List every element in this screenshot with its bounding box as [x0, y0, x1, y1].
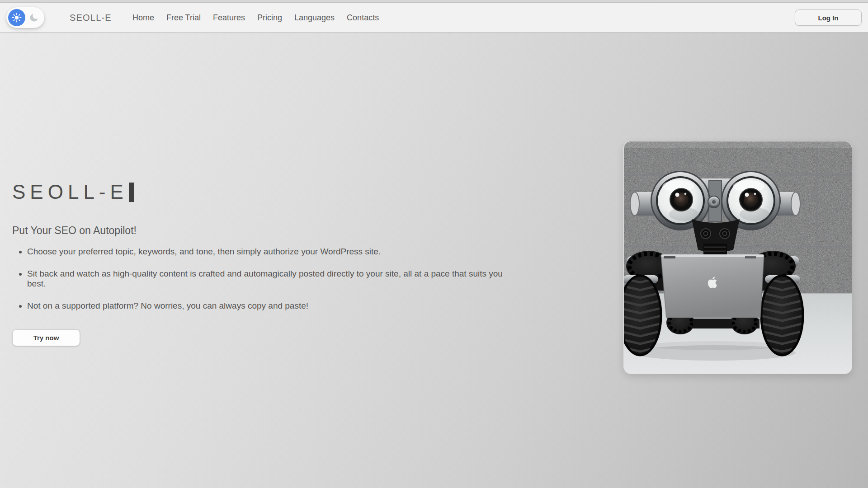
typing-cursor — [129, 183, 134, 202]
feature-item: Choose your preferred topic, keywords, a… — [27, 247, 505, 257]
nav-link-languages[interactable]: Languages — [294, 13, 335, 23]
nav-link-pricing[interactable]: Pricing — [257, 13, 282, 23]
robot-illustration — [624, 141, 852, 374]
nav-link-home[interactable]: Home — [132, 13, 154, 23]
page-title: SEOLL-E — [12, 181, 505, 203]
hero-subtitle: Put Your SEO on Autopilot! — [12, 225, 505, 237]
nav-link-features[interactable]: Features — [213, 13, 245, 23]
dark-mode-button[interactable] — [25, 9, 42, 26]
moon-icon — [28, 12, 39, 23]
laptop — [661, 254, 764, 318]
nav-link-free-trial[interactable]: Free Trial — [166, 13, 201, 23]
robot-hub — [708, 196, 720, 208]
feature-list: Choose your preferred topic, keywords, a… — [12, 247, 505, 311]
hero-image — [624, 141, 852, 374]
light-mode-button[interactable] — [8, 9, 25, 26]
theme-toggle[interactable] — [6, 7, 44, 28]
hero-section: SEOLL-E Put Your SEO on Autopilot! Choos… — [12, 181, 505, 346]
navbar: SEOLL-E Home Free Trial Features Pricing… — [0, 3, 868, 33]
nav-link-contacts[interactable]: Contacts — [347, 13, 379, 23]
feature-item: Not on a supported platform? No worries,… — [27, 301, 505, 311]
brand-logo: SEOLL-E — [70, 13, 112, 23]
page-title-text: SEOLL-E — [12, 181, 128, 203]
sun-icon — [12, 13, 22, 23]
robot — [624, 171, 805, 355]
try-now-button[interactable]: Try now — [12, 329, 80, 346]
main-nav: Home Free Trial Features Pricing Languag… — [132, 13, 379, 23]
robot-wheel-right — [760, 269, 805, 355]
login-button[interactable]: Log In — [795, 9, 862, 26]
feature-item: Sit back and watch as high-quality conte… — [27, 269, 505, 289]
window-top-strip — [0, 0, 868, 3]
